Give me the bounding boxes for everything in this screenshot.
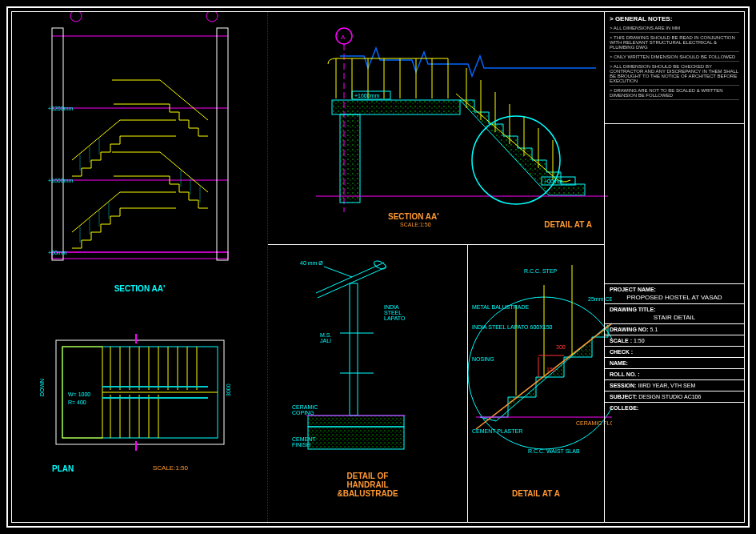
drawing-no-row: DRAWING NO: 5.1 (605, 324, 744, 335)
handrail-title1: DETAIL OF (268, 472, 467, 480)
svg-text:DOWN: DOWN (39, 379, 45, 396)
svg-rect-82 (350, 283, 358, 416)
svg-rect-55 (340, 114, 360, 203)
section-title: SECTION AA' (12, 284, 267, 293)
svg-text:+00mm: +00mm (48, 250, 67, 255)
svg-rect-4 (52, 252, 228, 259)
detail-callout: DETAIL AT A (544, 220, 592, 229)
svg-text:40 mm Ø: 40 mm Ø (300, 260, 323, 266)
svg-text:COPING: COPING (292, 410, 314, 416)
svg-line-81 (318, 267, 386, 298)
note-item: > DRAWING ARE NOT TO BE SCALED & WRITTEN… (610, 88, 739, 100)
panel-bottom: 40 mm Ø INDIA STEEL LAPATO M.S. JALI CER… (268, 244, 604, 522)
section-aa-scale: SCALE:1:50 (400, 222, 431, 227)
detail-a-drawing: 150 300 R.C.C. STEP METAL BALUSTRADE NOS… (468, 245, 612, 517)
general-notes: > GENERAL NOTES: > ALL DIMENSIONS ARE IN… (605, 12, 744, 124)
note-item: > ONLY WRITTEN DIMENSION SHOULD BE FOLLO… (610, 54, 739, 62)
svg-text:LAPATO: LAPATO (384, 315, 406, 321)
svg-text:+1600mm: +1600mm (48, 178, 73, 183)
svg-line-89 (324, 267, 352, 277)
sheet-border: +3200mm +1600mm +00mm SECTION AA' (6, 6, 750, 528)
svg-text:FINISH: FINISH (292, 442, 310, 448)
note-item: > THIS DRAWING SHOULD BE READ IN CONJUNC… (610, 35, 739, 52)
section-aa-title: SECTION AA' (388, 212, 439, 221)
svg-text:M.S.: M.S. (320, 332, 331, 338)
svg-point-101 (468, 297, 612, 449)
handrail-title2: HANDRAIL (268, 480, 467, 489)
svg-rect-86 (308, 427, 404, 449)
svg-text:STEEL: STEEL (384, 310, 402, 315)
section-aa-detail: A +1600mm +00mm (268, 12, 608, 244)
svg-text:A: A (341, 34, 346, 41)
svg-text:+1600mm: +1600mm (354, 93, 379, 98)
svg-text:CEMENT: CEMENT (292, 436, 316, 442)
svg-text:3000: 3000 (226, 383, 231, 396)
check-row: CHECK : (605, 347, 744, 358)
roll-row: ROLL NO. : (605, 369, 744, 380)
svg-rect-6 (217, 28, 228, 260)
plan-scale: SCALE:1:50 (153, 464, 188, 473)
plan-title: PLAN (52, 464, 74, 473)
notes-heading: > GENERAL NOTES: (610, 15, 739, 22)
subject-row: SUBJECT: DESIGN STUDIO AC106 (605, 391, 744, 403)
svg-text:JALI: JALI (320, 338, 331, 343)
handrail-title3: &BALUSTRADE (268, 489, 467, 498)
svg-text:300: 300 (556, 344, 566, 350)
svg-rect-54 (332, 100, 460, 114)
drawing-title-row: DRAWING TITLE: STAIR DETAIL (605, 304, 744, 324)
note-item: > ALL DIMENSION SHOULD BE CHECKED BY CON… (610, 64, 739, 86)
svg-text:R= 400: R= 400 (68, 399, 86, 405)
panel-section-plan: +3200mm +1600mm +00mm SECTION AA' (12, 12, 268, 522)
inner-border: +3200mm +1600mm +00mm SECTION AA' (11, 11, 745, 523)
svg-text:INDIA STEEL LAPATO 600X150: INDIA STEEL LAPATO 600X150 (472, 324, 553, 330)
panel-detail-a: 150 300 R.C.C. STEP METAL BALUSTRADE NOS… (468, 244, 604, 522)
logo-area (605, 124, 744, 284)
svg-text:NOSING: NOSING (472, 356, 494, 362)
college-row: COLLEGE: (605, 403, 744, 413)
svg-rect-85 (308, 416, 404, 427)
svg-text:W= 1000: W= 1000 (68, 391, 90, 397)
svg-rect-5 (52, 28, 63, 260)
svg-text:R.C.C. WAIST SLAB: R.C.C. WAIST SLAB (528, 448, 580, 454)
svg-text:R.C.C. STEP: R.C.C. STEP (524, 268, 558, 274)
scale-row: SCALE : 1:50 (605, 335, 744, 347)
session-row: SESSION: IIIRD YEAR, VTH SEM (605, 380, 744, 391)
svg-point-21 (206, 12, 218, 22)
svg-text:150: 150 (546, 367, 556, 372)
svg-text:+3200mm: +3200mm (48, 106, 73, 111)
detail-a-title: DETAIL AT A (468, 489, 604, 498)
note-item: > ALL DIMENSIONS ARE IN MM (610, 26, 739, 33)
project-name-row: PROJECT NAME: PROPOSED HOSTEL AT VASAD (605, 284, 744, 304)
titleblock: > GENERAL NOTES: > ALL DIMENSIONS ARE IN… (604, 12, 744, 522)
svg-point-79 (373, 259, 387, 271)
panel-handrail: 40 mm Ø INDIA STEEL LAPATO M.S. JALI CER… (268, 244, 468, 522)
name-row: NAME: (605, 358, 744, 369)
svg-text:CERAMIC: CERAMIC (292, 404, 318, 410)
panel-section-detail: A +1600mm +00mm (268, 12, 604, 244)
svg-point-20 (70, 12, 82, 22)
svg-text:CEMENT PLASTER: CEMENT PLASTER (472, 428, 522, 434)
svg-text:METAL BALUSTRADE: METAL BALUSTRADE (472, 304, 530, 310)
svg-text:INDIA: INDIA (384, 304, 399, 310)
plan-drawing: DOWN W= 1000 R= 400 3000 (12, 316, 268, 476)
